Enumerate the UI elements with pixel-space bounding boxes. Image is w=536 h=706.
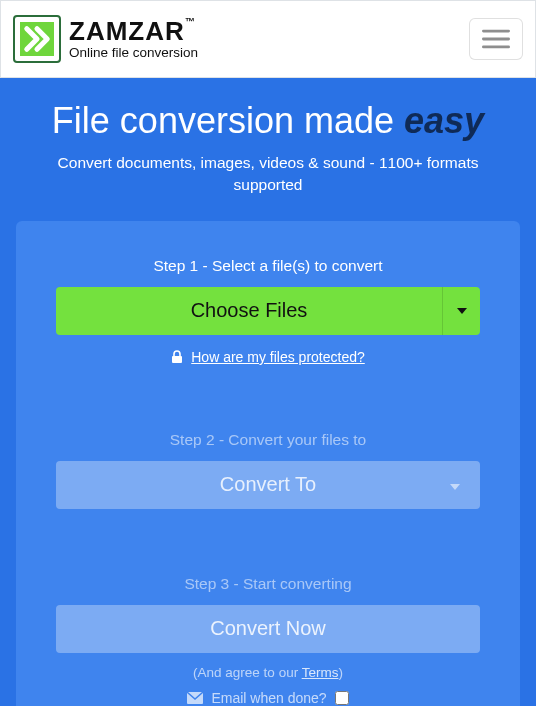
email-when-done-label: Email when done? [211,690,326,706]
hamburger-icon [482,27,510,51]
terms-text: (And agree to our Terms) [193,665,343,680]
svg-rect-3 [482,46,510,49]
brand-name: ZAMZAR™ [69,18,198,44]
lock-icon [171,350,183,364]
convert-now-button[interactable]: Convert Now [56,605,480,653]
choose-files: Choose Files [56,287,480,335]
headline: File conversion made easy [52,100,484,142]
menu-button[interactable] [469,18,523,60]
step1-label: Step 1 - Select a file(s) to convert [153,257,382,275]
convert-to-select[interactable]: Convert To [56,461,480,509]
convert-panel: Step 1 - Select a file(s) to convert Cho… [16,221,520,706]
chevron-down-icon [457,308,467,314]
choose-files-button[interactable]: Choose Files [56,287,442,335]
email-when-done: Email when done? [187,690,348,706]
hero: File conversion made easy Convert docume… [0,78,536,706]
brand-tagline: Online file conversion [69,46,198,60]
terms-link[interactable]: Terms [302,665,339,680]
top-bar: ZAMZAR™ Online file conversion [0,0,536,78]
svg-rect-1 [482,30,510,33]
files-protected-link[interactable]: How are my files protected? [171,349,365,365]
step2-label: Step 2 - Convert your files to [170,431,366,449]
brand[interactable]: ZAMZAR™ Online file conversion [13,15,198,63]
chevron-down-icon [450,476,460,494]
step3-label: Step 3 - Start converting [184,575,351,593]
svg-rect-4 [172,356,182,363]
svg-rect-2 [482,38,510,41]
mail-icon [187,692,203,704]
logo-icon [13,15,61,63]
sub-headline: Convert documents, images, videos & soun… [38,152,498,197]
email-when-done-checkbox[interactable] [335,691,349,705]
choose-files-dropdown[interactable] [442,287,480,335]
